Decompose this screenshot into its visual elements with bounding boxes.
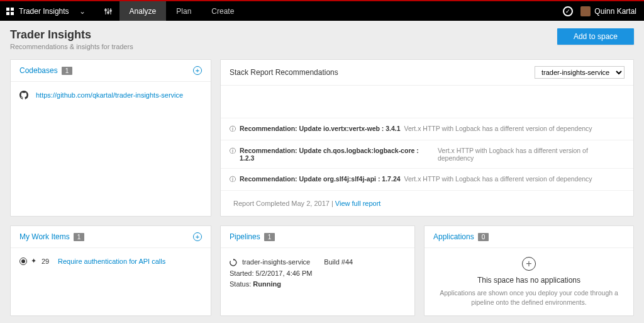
app-switcher[interactable]: Trader Insights ⌄: [0, 1, 97, 21]
svg-rect-1: [11, 8, 14, 11]
stack-report-footer: Report Completed May 2, 2017 | View full…: [221, 191, 633, 216]
applications-card: Applications 0 + This space has no appli…: [424, 225, 634, 316]
add-work-item-button[interactable]: +: [193, 232, 202, 241]
tab-analyze[interactable]: Analyze: [119, 1, 167, 21]
codebase-repo-link[interactable]: https://github.com/qkartal/trader-insigh…: [36, 91, 183, 99]
svg-rect-2: [6, 12, 9, 15]
stack-report-title: Stack Report Recommendations: [230, 68, 338, 77]
tab-create[interactable]: Create: [201, 1, 244, 21]
pipeline-status-value: Running: [253, 280, 281, 288]
app-grid-icon: [6, 8, 14, 15]
work-item-type-icon: [19, 258, 27, 265]
add-codebase-button[interactable]: +: [193, 66, 202, 75]
github-icon: [19, 91, 28, 99]
pipeline-service-name: trader-insights-service: [242, 257, 310, 268]
applications-title-link[interactable]: Applications: [433, 232, 474, 241]
spinner-icon: [230, 259, 237, 266]
stack-report-card: Stack Report Recommendations trader-insi…: [220, 59, 634, 217]
svg-rect-0: [6, 8, 9, 11]
add-to-space-button[interactable]: Add to space: [557, 28, 634, 45]
pipeline-build-label: Build #44: [324, 257, 353, 268]
applications-empty-desc: Applications are shown once you deploy y…: [437, 288, 621, 307]
stack-report-service-select[interactable]: trader-insights-service: [535, 66, 625, 79]
codebases-card: Codebases 1 + https://github.com/qkartal…: [10, 59, 211, 217]
work-items-count-badge: 1: [74, 233, 85, 241]
pipelines-title-link[interactable]: Pipelines: [230, 232, 260, 241]
page-title: Trader Insights: [10, 28, 133, 42]
info-icon: ⓘ: [230, 125, 236, 133]
user-menu[interactable]: Quinn Kartal: [580, 6, 636, 16]
svg-point-8: [107, 11, 109, 13]
svg-rect-3: [11, 12, 14, 15]
app-name-label: Trader Insights: [19, 7, 69, 16]
user-name-label: Quinn Kartal: [594, 7, 636, 16]
work-items-title-link[interactable]: My Work Items: [19, 232, 70, 241]
equalizer-icon[interactable]: [97, 1, 119, 21]
recommendation-row: ⓘ Recommendation: Update io.vertx:vertx-…: [221, 118, 633, 140]
recommendation-row: ⓘ Recommendation: Update org.slf4j:slf4j…: [221, 169, 633, 191]
status-ok-icon[interactable]: [563, 6, 573, 16]
work-items-card: My Work Items 1 + ✦ 29 Require authentic…: [10, 225, 211, 316]
applications-empty-title: This space has no applications: [437, 276, 621, 285]
page-header: Trader Insights Recommendations & insigh…: [0, 21, 644, 59]
nav-tabs: Analyze Plan Create: [97, 1, 245, 21]
page-subtitle: Recommendations & insights for traders: [10, 43, 133, 50]
pipelines-count-badge: 1: [264, 233, 275, 241]
codebases-count-badge: 1: [62, 67, 73, 75]
svg-point-7: [104, 9, 106, 11]
work-item-row: ✦ 29 Require authentication for API call…: [19, 257, 202, 265]
chevron-down-icon: ⌄: [74, 7, 91, 16]
avatar: [580, 6, 591, 16]
work-item-state-icon: ✦: [31, 257, 36, 265]
work-item-link[interactable]: Require authentication for API calls: [58, 258, 165, 265]
codebases-title-link[interactable]: Codebases: [19, 66, 58, 75]
view-full-report-link[interactable]: View full report: [335, 200, 381, 207]
recommendation-row: ⓘ Recommendation: Update ch.qos.logback:…: [221, 140, 633, 169]
codebase-row: https://github.com/qkartal/trader-insigh…: [19, 91, 202, 99]
info-icon: ⓘ: [230, 147, 236, 156]
tab-plan[interactable]: Plan: [166, 1, 201, 21]
svg-point-9: [109, 9, 111, 11]
info-icon: ⓘ: [230, 175, 236, 184]
work-item-id: 29: [42, 258, 53, 265]
add-application-button[interactable]: +: [522, 257, 536, 271]
pipelines-card: Pipelines 1 trader-insights-service Buil…: [220, 225, 415, 316]
applications-count-badge: 0: [478, 233, 489, 241]
top-navbar: Trader Insights ⌄ Analyze Plan Create Qu…: [0, 0, 644, 21]
pipeline-started-value: 5/2/2017, 4:46 PM: [256, 269, 313, 277]
